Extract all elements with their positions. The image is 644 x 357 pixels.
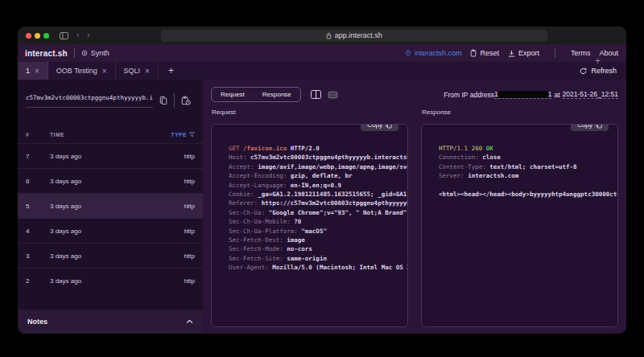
- table-row[interactable]: 73 days agohttp: [18, 143, 203, 168]
- app-logo: interact.sh: [25, 49, 68, 58]
- cell-index: 6: [26, 178, 50, 185]
- code-line: Sec-Ch-Ua: "Google Chrome";v="93", " Not…: [229, 208, 401, 217]
- response-pane-box: Copy HTTP/1.1 200 OKConnection: closeCon…: [421, 124, 618, 327]
- add-tab-button[interactable]: +: [159, 62, 184, 80]
- content: c57mv3m2vtc00003ctpggnu4pthyyyyyb.inter.…: [18, 80, 626, 334]
- forward-icon[interactable]: ›: [87, 31, 89, 39]
- code-line: Cookie: _ga=GA1.2.1981211485.1632515655;…: [229, 190, 401, 199]
- maximize-window-button[interactable]: [43, 33, 49, 39]
- tab-label: OOB Testing: [56, 67, 97, 75]
- code-line: Accept-Language: en-IN,en;q=0.9: [229, 181, 401, 190]
- code-line: Sec-Fetch-Dest: image: [229, 236, 401, 244]
- code-line: Sec-Fetch-Site: same-origin: [229, 254, 401, 263]
- response-pane-title: Response: [422, 109, 618, 116]
- table-row[interactable]: 43 days agohttp: [18, 218, 203, 243]
- request-pane-box: Copy GET /favicon.ico HTTP/2.0Host: c57m…: [211, 124, 408, 327]
- response-pane: Response Copy HTTP/1.1 200 OKConnection:…: [421, 107, 618, 327]
- chevron-up-icon[interactable]: [186, 319, 193, 324]
- request-code[interactable]: GET /favicon.ico HTTP/2.0Host: c57mv3m2v…: [212, 125, 407, 281]
- refresh-icon: [580, 68, 587, 75]
- cell-type: http: [184, 252, 195, 260]
- copy-request-button[interactable]: Copy: [361, 124, 398, 131]
- response-code[interactable]: HTTP/1.1 200 OKConnection: closeContent-…: [422, 125, 617, 207]
- code-line: HTTP/1.1 200 OK: [439, 144, 611, 153]
- tab-1[interactable]: 1×: [18, 62, 48, 80]
- close-window-button[interactable]: [26, 33, 31, 39]
- server-link-label: interactsh.com: [415, 49, 462, 57]
- cell-time: 3 days ago: [50, 153, 184, 160]
- ip-last-char: 1: [548, 90, 552, 98]
- divider: [74, 48, 75, 58]
- close-icon[interactable]: ×: [102, 67, 107, 76]
- new-browser-tab-button[interactable]: +: [595, 55, 601, 67]
- code-line: Sec-Fetch-Mode: no-cors: [229, 244, 401, 253]
- code-line: GET /favicon.ico HTTP/2.0: [229, 144, 401, 153]
- notes-label: Notes: [27, 318, 47, 326]
- close-icon[interactable]: ×: [35, 67, 39, 76]
- origin-at: at: [554, 91, 559, 99]
- list-view-icon[interactable]: [328, 91, 338, 99]
- main-panel: Request Response From IP address11at2021…: [203, 80, 626, 334]
- code-line: Referer: https://c57mv3m2vtc00003ctpggnu…: [229, 199, 401, 207]
- layout-icons: [311, 90, 338, 99]
- origin-info: From IP address11at2021-51-26_12:51: [444, 90, 618, 99]
- reset-button[interactable]: Reset: [470, 49, 499, 57]
- column-time: TIME: [50, 132, 171, 137]
- copy-response-button[interactable]: Copy: [571, 124, 609, 131]
- column-type[interactable]: TYPE: [171, 132, 195, 137]
- notes-bar[interactable]: Notes: [18, 310, 203, 334]
- column-type-label: TYPE: [171, 132, 187, 137]
- response-tab[interactable]: Response: [254, 88, 300, 101]
- copy-request-label: Copy: [367, 124, 382, 129]
- session-tab-bar: 1×OOB Testing×SQLI× + Refresh: [18, 62, 626, 80]
- table-header: # TIME TYPE: [18, 129, 203, 143]
- synth-toggle[interactable]: Synth: [81, 49, 109, 57]
- cell-type: http: [184, 178, 195, 185]
- minimize-window-button[interactable]: [35, 33, 40, 39]
- filter-icon[interactable]: [189, 132, 195, 137]
- terms-link[interactable]: Terms: [571, 49, 591, 57]
- split-view-icon[interactable]: [311, 90, 321, 99]
- code-line: User-Agent: Mozilla/5.0 (Macintosh; Inte…: [229, 263, 401, 272]
- divider: [555, 48, 555, 58]
- desktop-background: ‹ › app.interact.sh + interact.sh Synth: [0, 0, 644, 357]
- export-button[interactable]: Export: [508, 49, 539, 57]
- sidebar-toggle-icon[interactable]: [60, 32, 68, 39]
- tab-sqli[interactable]: SQLI×: [116, 62, 159, 80]
- address-bar[interactable]: app.interact.sh: [161, 30, 547, 42]
- app-header: interact.sh Synth interactsh.com: [18, 44, 626, 62]
- cell-index: 3: [26, 252, 50, 260]
- table-row[interactable]: 53 days agohttp: [18, 193, 203, 218]
- table-row[interactable]: 33 days agohttp: [18, 243, 203, 268]
- header-actions: interactsh.com Reset Export Terms About: [405, 48, 618, 58]
- tab-oob-testing[interactable]: OOB Testing×: [48, 62, 116, 80]
- origin-prefix: From IP address: [444, 91, 494, 99]
- request-pane-title: Request: [212, 109, 408, 116]
- about-link[interactable]: About: [599, 49, 618, 57]
- code-line: <html><head></head><body>byyyyyhtp4unggp…: [439, 190, 611, 199]
- server-link[interactable]: interactsh.com: [405, 49, 462, 57]
- table-row[interactable]: 63 days agohttp: [18, 168, 203, 193]
- request-tab[interactable]: Request: [212, 88, 254, 101]
- payload-url[interactable]: c57mv3m2vtc00003ctpggnu4pthyyyyyb.inter.…: [26, 94, 153, 108]
- browser-window: ‹ › app.interact.sh + interact.sh Synth: [18, 27, 626, 334]
- sidebar: c57mv3m2vtc00003ctpggnu4pthyyyyyb.inter.…: [18, 80, 203, 334]
- clipboard-clock-icon[interactable]: [181, 96, 191, 105]
- cell-time: 3 days ago: [50, 203, 184, 210]
- code-line: [439, 181, 611, 190]
- copy-response-label: Copy: [577, 124, 592, 129]
- panes: Request Copy GET /favicon.ico HTTP/2.0Ho…: [203, 105, 626, 334]
- code-line: Accept-Encoding: gzip, deflate, br: [229, 171, 401, 180]
- ip-first-char: 1: [494, 90, 498, 98]
- cell-type: http: [184, 203, 195, 210]
- code-line: Sec-Ch-Ua-Platform: "macOS": [229, 227, 401, 236]
- copy-icon[interactable]: [159, 96, 167, 105]
- refresh-label: Refresh: [591, 67, 617, 75]
- table-row[interactable]: 23 days agohttp: [18, 268, 203, 293]
- cell-type: http: [184, 277, 195, 285]
- synth-label: Synth: [91, 49, 109, 57]
- code-line: Server: interactsh.com: [439, 171, 611, 180]
- close-icon[interactable]: ×: [145, 67, 150, 76]
- cell-time: 3 days ago: [50, 277, 184, 285]
- back-icon[interactable]: ‹: [76, 31, 79, 39]
